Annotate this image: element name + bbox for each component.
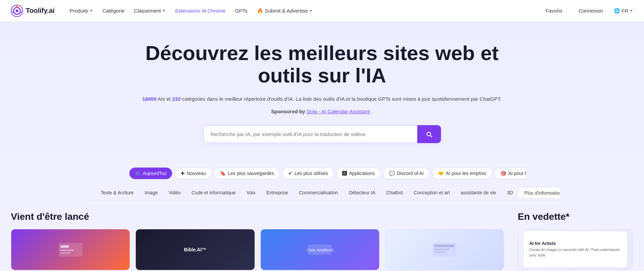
svg-point-2 <box>16 9 18 12</box>
section-left-title: Vient d'être lancé <box>11 211 504 222</box>
logo[interactable]: Toolify.ai <box>11 5 55 17</box>
card-4-image <box>431 241 458 258</box>
cat-voix[interactable]: Voix <box>241 186 261 200</box>
cat-3d[interactable]: 3D <box>501 186 518 200</box>
hero-title: Découvrez les meilleurs sites web et out… <box>135 42 509 87</box>
sponsored-label: Sponsored by <box>271 109 307 114</box>
card-1-image <box>57 241 84 258</box>
featured-card-1-title: AI for Artists <box>529 241 622 246</box>
pill-discord[interactable]: 💬 Discord of AI <box>383 168 429 179</box>
search-input[interactable] <box>203 125 417 143</box>
jobs-icon: 🤝 <box>438 171 444 176</box>
pill-applications[interactable]: 🅰 Applications <box>336 168 381 179</box>
nav-extensions[interactable]: Extensions IA Chrome <box>171 5 229 16</box>
nav-links: Produits ▼ Catégorie Classement ▼ Extens… <box>66 5 540 17</box>
bookmark-icon: 🔖 <box>220 171 226 176</box>
cat-count: 233 <box>172 96 181 102</box>
more-categories-button[interactable]: Plus d'informations + <box>518 187 559 199</box>
svg-text:Your Data, Amplified by AI: Your Data, Amplified by AI <box>306 248 333 252</box>
cat-video[interactable]: Vidéo <box>163 186 186 200</box>
nav-gpts[interactable]: GPTs <box>231 5 252 16</box>
featured-cards-list: AI for Artists Create AI images in secon… <box>518 229 633 271</box>
card-3[interactable]: Your Data, Amplified by AI <box>260 229 380 270</box>
pill-most-used[interactable]: ✔ Les plus utilisés <box>282 168 334 179</box>
discord-icon: 💬 <box>389 171 395 176</box>
plus-icon: ✚ <box>181 171 185 176</box>
cat-texte[interactable]: Texte & écriture <box>95 186 139 200</box>
card-3-thumbnail: Your Data, Amplified by AI <box>261 229 379 270</box>
cat-conception[interactable]: Conception et art <box>408 186 456 200</box>
navbar: Toolify.ai Produits ▼ Catégorie Classeme… <box>0 0 644 22</box>
hero-subtitle: 18459 AIs et 233 catégories dans le meil… <box>11 95 633 103</box>
card-2[interactable]: Bible.AI™ <box>135 229 255 270</box>
filter-pills: 🛒 Aujourd'hui ✚ Nouveau 🔖 Les plus sauve… <box>118 168 526 179</box>
nav-right: Favoris Connexion 🌐 FR ▼ <box>540 5 633 16</box>
chevron-down-icon-2: ▼ <box>162 9 166 13</box>
svg-text:Bible.AI™: Bible.AI™ <box>184 247 206 252</box>
featured-section: En vedette* AI for Artists Create AI ima… <box>518 211 633 271</box>
category-bar: Texte & écriture Image Vidéo Code et inf… <box>85 186 560 200</box>
nav-categorie[interactable]: Catégorie <box>98 5 129 16</box>
svg-rect-8 <box>60 250 74 251</box>
connexion-button[interactable]: Connexion <box>573 5 608 16</box>
pill-nouveau[interactable]: ✚ Nouveau <box>175 168 211 179</box>
card-4-thumbnail <box>385 229 504 270</box>
language-selector[interactable]: 🌐 FR ▼ <box>614 8 633 14</box>
svg-rect-9 <box>60 252 71 254</box>
pill-skills[interactable]: 🎯 AI pour les compétences <box>495 168 526 179</box>
cat-entreprise[interactable]: Entreprise <box>261 186 294 200</box>
favoris-button[interactable]: Favoris <box>540 5 568 16</box>
pill-today[interactable]: 🛒 Aujourd'hui <box>129 168 172 179</box>
fire-icon: 🔥 <box>257 8 263 14</box>
search-icon <box>425 131 433 138</box>
chevron-down-icon-lang: ▼ <box>630 9 633 13</box>
sponsored-link[interactable]: Dola - AI Calendar Assistant <box>307 109 370 114</box>
featured-card-1-content: AI for Artists Create AI images in secon… <box>524 231 627 267</box>
section-right-title: En vedette* <box>518 211 633 222</box>
nav-classement[interactable]: Classement ▼ <box>130 5 170 16</box>
recently-launched-section: Vient d'être lancé Bible.AI™ <box>11 211 504 271</box>
nav-produits[interactable]: Produits ▼ <box>66 5 97 16</box>
sponsored-period: . <box>371 109 373 114</box>
skills-icon: 🎯 <box>500 171 506 176</box>
card-1-thumbnail <box>11 229 130 270</box>
check-icon: ✔ <box>288 171 292 176</box>
svg-point-4 <box>20 11 22 13</box>
card-2-thumbnail: Bible.AI™ <box>136 229 254 270</box>
cat-assistante[interactable]: assistante de vie <box>455 186 501 200</box>
hero-section: Découvrez les meilleurs sites web et out… <box>0 22 644 168</box>
cart-icon: 🛒 <box>135 171 141 176</box>
card-4[interactable] <box>385 229 504 270</box>
svg-point-3 <box>16 6 18 8</box>
cat-commercialisation[interactable]: Commercialisation <box>294 186 344 200</box>
chevron-down-icon: ▼ <box>90 9 93 13</box>
card-2-image: Bible.AI™ <box>182 241 209 258</box>
ai-count: 18459 <box>142 96 157 102</box>
pill-jobs[interactable]: 🤝 AI pour les emplois <box>432 168 492 179</box>
search-button[interactable] <box>417 125 441 143</box>
featured-card-1[interactable]: AI for Artists Create AI images in secon… <box>518 229 633 270</box>
app-icon: 🅰 <box>342 171 347 176</box>
sponsored-line: Sponsored by Dola - AI Calendar Assistan… <box>11 109 633 114</box>
search-bar <box>203 125 441 143</box>
chevron-down-icon-3: ▼ <box>309 9 313 13</box>
cards-grid: Bible.AI™ Your Data, Amplified by AI <box>11 229 504 270</box>
hero-subtitle-end: catégories dans le meilleur répertoire d… <box>182 96 502 102</box>
svg-rect-7 <box>60 245 69 248</box>
main-sections: Vient d'être lancé Bible.AI™ <box>0 200 644 271</box>
logo-text: Toolify.ai <box>26 7 55 15</box>
svg-rect-15 <box>434 249 449 250</box>
logo-icon <box>11 5 23 17</box>
card-3-image: Your Data, Amplified by AI <box>306 241 333 258</box>
card-1[interactable] <box>11 229 130 270</box>
cat-chatbot[interactable]: Chatbot <box>381 186 408 200</box>
cat-image[interactable]: Image <box>139 186 163 200</box>
pill-most-saved[interactable]: 🔖 Les plus sauvegardés <box>214 168 280 179</box>
svg-rect-16 <box>434 251 446 253</box>
nav-submit[interactable]: 🔥 Submit & Advertise ▼ <box>253 5 317 17</box>
cat-detecteur[interactable]: Détecteur IA <box>344 186 381 200</box>
hero-subtitle-mid: AIs et <box>158 96 172 102</box>
cat-code[interactable]: Code et informatique <box>186 186 241 200</box>
featured-card-1-desc: Create AI images in seconds with AI. Tha… <box>529 247 622 258</box>
svg-point-5 <box>12 11 14 13</box>
